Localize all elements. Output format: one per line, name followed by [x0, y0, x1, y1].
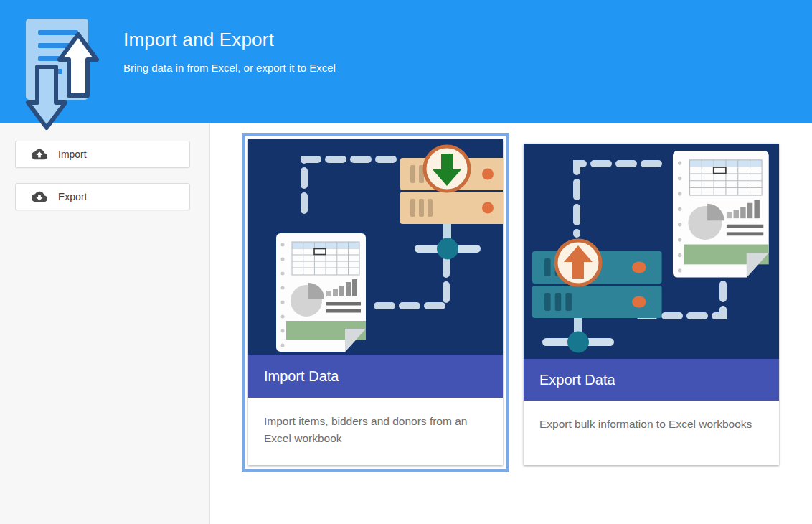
- import-data-card-description: Import items, bidders and donors from an…: [248, 398, 503, 465]
- cloud-download-icon: [32, 191, 47, 202]
- export-data-card[interactable]: Export Data Export bulk information to E…: [524, 144, 779, 465]
- main-content: Import Data Import items, bidders and do…: [211, 123, 812, 524]
- sidebar-item-import[interactable]: Import: [15, 141, 190, 168]
- upload-badge-icon: [556, 240, 600, 285]
- export-data-card-title: Export Data: [524, 359, 779, 401]
- export-data-card-description: Export bulk information to Excel workboo…: [524, 401, 779, 465]
- import-export-logo-icon: [19, 9, 99, 132]
- import-data-card-selection-border: Import Data Import items, bidders and do…: [242, 133, 509, 472]
- import-data-card[interactable]: Import Data Import items, bidders and do…: [248, 139, 503, 465]
- page-header: Import and Export Bring data in from Exc…: [0, 0, 812, 123]
- import-data-illustration: [248, 139, 503, 355]
- sidebar-item-export[interactable]: Export: [15, 183, 190, 210]
- sidebar: Import Export: [0, 123, 210, 524]
- cloud-upload-icon: [32, 149, 47, 160]
- sidebar-item-label: Export: [58, 191, 87, 202]
- card-row: Import Data Import items, bidders and do…: [211, 123, 812, 472]
- page-title: Import and Export: [123, 29, 336, 51]
- sidebar-item-label: Import: [58, 149, 87, 160]
- page-subtitle: Bring data in from Excel, or export it t…: [123, 62, 336, 74]
- excel-document-icon: [276, 233, 366, 352]
- import-data-card-title: Import Data: [248, 355, 503, 398]
- export-data-illustration: [524, 144, 779, 359]
- download-badge-icon: [425, 146, 469, 191]
- excel-document-icon: [673, 151, 769, 278]
